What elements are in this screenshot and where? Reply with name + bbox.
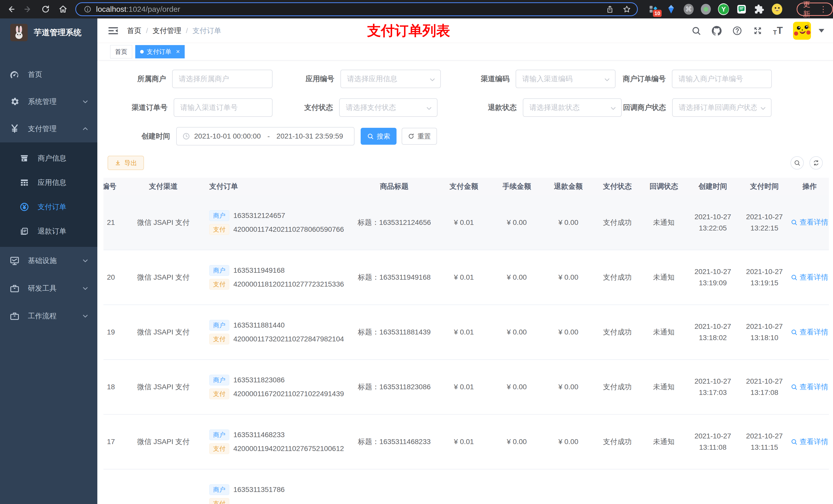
extension-y-icon[interactable]: Y	[718, 3, 729, 15]
merchant-select[interactable]	[173, 70, 272, 88]
table-row: 商户 1635311351786 支付	[103, 469, 829, 504]
reset-button[interactable]: 重置	[402, 128, 437, 145]
sidebar-item-pay-order[interactable]: 支付订单	[0, 195, 97, 219]
browser-reload-button[interactable]	[39, 3, 52, 16]
cell-status: 支付成功	[594, 250, 641, 305]
sidebar-item-devtools[interactable]: 研发工具	[0, 274, 97, 302]
cell-notify: 未通知	[641, 195, 687, 250]
font-size-icon[interactable]: TT	[773, 25, 783, 36]
view-detail-link[interactable]: 查看详情	[791, 437, 828, 447]
toggle-search-button[interactable]	[790, 156, 804, 170]
merchant-order-no: 1635311468233	[233, 431, 285, 439]
cell-fee: ¥ 0.00	[491, 305, 543, 360]
app-title: 芋道管理系统	[34, 27, 81, 38]
browser-forward-button[interactable]	[22, 3, 35, 16]
cell-refund: ¥ 0.00	[543, 305, 594, 360]
pay-order-no: 4200001174202110278060590766	[233, 225, 344, 234]
github-icon[interactable]	[712, 26, 722, 36]
help-icon[interactable]	[732, 26, 742, 36]
refresh-icon	[813, 160, 819, 166]
cell-paid: 2021-10-27 13:17:08	[738, 360, 790, 414]
cell-pay-order: 商户 1635312124657 支付 42000011742021102780…	[205, 195, 352, 250]
cell-paid: 2021-10-27 13:19:15	[738, 250, 790, 305]
cell-id: 20	[103, 250, 122, 305]
sidebar-item-workflow[interactable]: 工作流程	[0, 302, 97, 330]
browser-home-button[interactable]	[56, 3, 70, 16]
merchant-order-no: 1635312124657	[233, 212, 285, 220]
notify-status-select[interactable]	[673, 99, 771, 116]
tag-home[interactable]: 首页	[110, 45, 132, 58]
view-detail-link[interactable]: 查看详情	[791, 327, 828, 337]
header-search-icon[interactable]	[691, 26, 701, 36]
view-detail-link[interactable]: 查看详情	[791, 382, 828, 392]
col-created: 创建时间	[687, 178, 738, 195]
app-select[interactable]	[341, 70, 440, 88]
cell-id	[103, 469, 122, 504]
cell-amount: ¥ 0.01	[437, 250, 491, 305]
browser-update-button[interactable]: 更新 ⋮	[796, 3, 833, 16]
cell-status	[594, 469, 641, 504]
extensions-puzzle-icon[interactable]	[754, 4, 765, 15]
breadcrumb-home[interactable]: 首页	[127, 26, 141, 35]
sidebar-item-refund-order[interactable]: 退款订单	[0, 219, 97, 243]
site-info-icon[interactable]	[84, 5, 91, 13]
briefcase-icon	[9, 311, 20, 321]
merchant-tag: 商户	[209, 210, 229, 221]
tag-pay-order[interactable]: 支付订单 ×	[135, 45, 185, 58]
view-detail-link[interactable]: 查看详情	[791, 272, 828, 282]
pay-tag: 支付	[209, 498, 229, 504]
sidebar-item-system[interactable]: 系统管理	[0, 88, 97, 115]
cell-id: 21	[103, 195, 122, 250]
sidebar-item-infra[interactable]: 基础设施	[0, 247, 97, 274]
yen-icon	[9, 124, 20, 134]
filter-pay-status: 支付状态	[304, 98, 437, 117]
orders-table: 编号 支付渠道 支付订单 商品标题 支付金额 手续金额 退款金额 支付状态 回调…	[103, 178, 833, 504]
bookmark-star-icon[interactable]	[623, 5, 631, 13]
cell-channel: 微信 JSAPI 支付	[122, 360, 205, 414]
pay-status-select[interactable]	[340, 99, 437, 116]
address-bar[interactable]: localhost:1024/pay/order	[75, 2, 638, 16]
cell-refund: ¥ 0.00	[543, 360, 594, 414]
merchant-order-no-input[interactable]	[672, 70, 771, 88]
breadcrumb-current: 支付订单	[193, 26, 221, 35]
cell-created: 2021-10-27 13:19:09	[687, 250, 738, 305]
date-range-picker[interactable]: 2021-10-01 00:00:00 - 2021-10-31 23:59:5…	[176, 127, 355, 145]
cell-id: 19	[103, 305, 122, 360]
refund-status-select[interactable]	[523, 99, 621, 116]
profile-emoji-icon[interactable]	[772, 4, 782, 15]
cell-notify	[641, 469, 687, 504]
avatar-caret-icon[interactable]	[819, 29, 824, 32]
refresh-table-button[interactable]	[809, 156, 823, 170]
browser-menu-icon[interactable]: ⋮	[819, 5, 827, 13]
col-fee: 手续金额	[491, 178, 543, 195]
download-icon	[115, 160, 121, 166]
table-row: 17 微信 JSAPI 支付 商户 1635311468233 支付 42000…	[103, 414, 829, 469]
col-paid: 支付时间	[738, 178, 790, 195]
sidebar-item-label: 商户信息	[38, 153, 66, 163]
sidebar-collapse-icon[interactable]	[108, 25, 119, 37]
browser-back-button[interactable]	[4, 3, 18, 16]
extension-chat-icon[interactable]	[736, 4, 747, 15]
fullscreen-icon[interactable]	[753, 26, 763, 36]
search-button[interactable]: 搜索	[361, 128, 397, 145]
sidebar-item-merchant-info[interactable]: 商户信息	[0, 146, 97, 170]
export-button[interactable]: 导出	[108, 156, 144, 170]
sidebar-logo[interactable]: 芋道管理系统	[0, 19, 97, 47]
sidebar-item-app-info[interactable]: 应用信息	[0, 170, 97, 195]
sidebar-item-pay[interactable]: 支付管理	[0, 115, 97, 142]
extension-gem-icon[interactable]	[666, 4, 676, 15]
breadcrumb-pay[interactable]: 支付管理	[153, 26, 181, 35]
merchant-tag: 商户	[209, 430, 229, 440]
share-icon[interactable]	[606, 5, 614, 13]
extension-grid-diamond-icon[interactable]: 10	[648, 4, 659, 15]
extension-command-icon[interactable]: ⌘	[684, 4, 694, 15]
channel-order-no-input[interactable]	[174, 99, 272, 116]
view-detail-link[interactable]: 查看详情	[791, 217, 828, 227]
channel-code-input[interactable]	[516, 70, 615, 88]
sidebar-item-home[interactable]: 首页	[0, 61, 97, 88]
tag-close-icon[interactable]: ×	[176, 48, 180, 55]
extension-dot-icon[interactable]	[701, 4, 711, 15]
user-avatar[interactable]	[793, 22, 811, 40]
cell-title: 标题：1635312124656	[352, 195, 437, 250]
navbar-actions: TT	[691, 22, 833, 40]
